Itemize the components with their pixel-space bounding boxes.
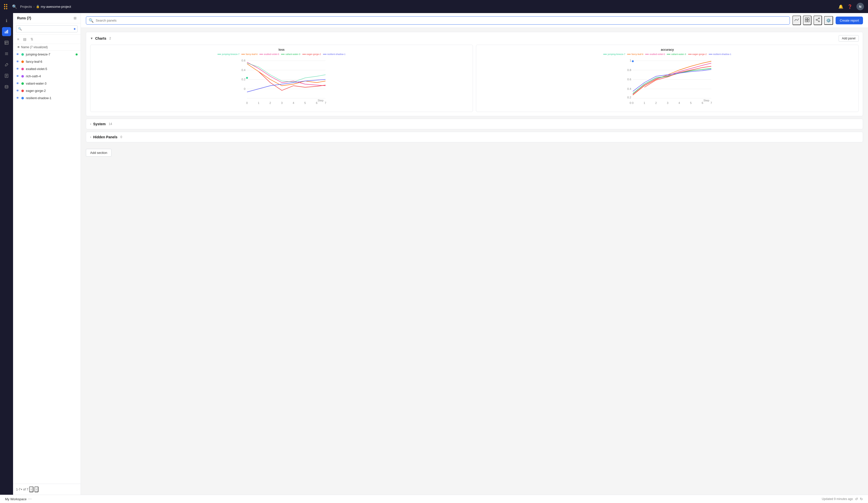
svg-text:0.2: 0.2 (627, 96, 631, 99)
run-item[interactable]: 👁 rich-oath-4 (13, 73, 81, 80)
smoothing-icon[interactable] (793, 15, 801, 25)
svg-rect-18 (807, 20, 809, 22)
columns-icon[interactable]: ▤ (22, 36, 27, 42)
updated-text: Updated 9 minutes ago (822, 497, 853, 501)
pagination-next[interactable]: › (34, 486, 39, 492)
sidebar-filter-star[interactable]: ✱ (74, 28, 75, 30)
run-item[interactable]: 👁 resilient-shadow-1 (13, 94, 81, 102)
system-section: › System 14 (86, 119, 863, 129)
svg-text:3: 3 (667, 102, 668, 104)
svg-text:5: 5 (690, 102, 692, 104)
system-section-count: 14 (109, 122, 112, 126)
accuracy-chart-title: accuracy (479, 48, 856, 51)
table-icon[interactable]: ⊞ (74, 16, 76, 20)
run-eye-icon[interactable]: 👁 (16, 52, 19, 56)
create-report-button[interactable]: Create report (836, 17, 863, 24)
avatar[interactable]: N (856, 3, 864, 10)
run-status-dot (75, 53, 78, 55)
filter-icon[interactable]: ≡ (16, 36, 20, 42)
svg-text:0: 0 (630, 102, 631, 104)
undo-icon[interactable]: ↺ (855, 497, 858, 501)
run-item[interactable]: 👁 jumping-breeze-7 (13, 51, 81, 58)
workspace-menu-icon[interactable]: ⋯ (28, 497, 32, 501)
sidebar: Runs (7) ⊞ 🔍 ✱ ≡ ▤ ⇅ 👁 Name (7 visualize… (13, 13, 81, 495)
legend-jumping-breeze-7: jumping-breeze-7 (217, 53, 239, 55)
eye-col-icon: 👁 (17, 45, 20, 49)
layout-icon[interactable] (803, 15, 812, 25)
run-color-dot (21, 82, 24, 85)
svg-rect-3 (5, 41, 8, 44)
breadcrumb-sep: › (33, 5, 34, 9)
rail-db[interactable] (2, 82, 11, 91)
runs-title: Runs (7) (17, 16, 31, 20)
project-name[interactable]: 🔒 my-awesome-project (36, 5, 71, 9)
svg-point-20 (818, 21, 819, 22)
main-content: 🔍 ⚙️ Create report (81, 13, 868, 495)
sort-icon[interactable]: ⇅ (29, 36, 34, 42)
system-section-title: System (93, 122, 106, 126)
help-icon[interactable]: ❓ (847, 4, 852, 9)
sidebar-footer: 1-7 ▾ of 7 ‹ › (13, 484, 81, 495)
rail-list[interactable] (2, 49, 11, 58)
panels-search-input[interactable] (96, 19, 787, 22)
sidebar-runs-list: 👁 jumping-breeze-7 👁 fancy-leaf-6 👁 exal… (13, 51, 81, 484)
rail-chart[interactable] (2, 27, 11, 36)
charts-section: ▼ Charts 2 Add panel loss jumpin (86, 32, 863, 116)
svg-text:0.4: 0.4 (627, 87, 631, 90)
sidebar-search-input[interactable] (16, 25, 78, 32)
pagination-range[interactable]: 1-7 ▾ (16, 488, 22, 491)
run-eye-icon[interactable]: 👁 (16, 60, 19, 63)
svg-point-21 (816, 19, 817, 20)
rail-info[interactable]: ℹ (2, 16, 11, 25)
run-eye-icon[interactable]: 👁 (16, 89, 19, 93)
run-eye-icon[interactable]: 👁 (16, 74, 19, 78)
share-icon[interactable] (814, 15, 822, 25)
hidden-section-header[interactable]: › Hidden Panels 0 (86, 132, 863, 142)
add-section-button[interactable]: Add section (86, 149, 112, 157)
loss-chart-svg: 0.6 0.4 0.2 0 0 1 2 3 4 5 6 7 (93, 57, 470, 108)
add-section-area: Add section (86, 145, 863, 161)
redo-icon[interactable]: ↻ (860, 497, 863, 501)
legend-eager-gorge-2: eager-gorge-2 (302, 53, 321, 55)
legend-valiant-water-3: valiant-water-3 (281, 53, 300, 55)
main-layout: ℹ Runs (7) ⊞ 🔍 ✱ ≡ (0, 13, 868, 495)
search-icon[interactable]: 🔍 (12, 4, 17, 9)
svg-rect-15 (805, 18, 807, 20)
run-name: exalted-violet-5 (26, 67, 78, 71)
topnav-right: 🔔 ❓ N (838, 3, 864, 10)
projects-link[interactable]: Projects (20, 5, 32, 9)
svg-text:1: 1 (644, 102, 645, 104)
sidebar-search-icon: 🔍 (18, 27, 22, 31)
sidebar-toolbar: ≡ ▤ ⇅ (13, 35, 81, 44)
accuracy-chart-card: accuracy jumping-breeze-7 fancy-leaf-6 (476, 45, 859, 112)
run-item[interactable]: 👁 valiant-water-3 (13, 80, 81, 87)
content-body: ▼ Charts 2 Add panel loss jumpin (81, 28, 868, 495)
system-section-header[interactable]: › System 14 (86, 119, 863, 129)
run-color-dot (21, 68, 24, 70)
run-item[interactable]: 👁 fancy-leaf-6 (13, 58, 81, 65)
hidden-section-title: Hidden Panels (93, 135, 117, 139)
hidden-section-count: 0 (120, 135, 122, 139)
logo[interactable] (4, 4, 9, 9)
run-eye-icon[interactable]: 👁 (16, 67, 19, 71)
rail-reports[interactable] (2, 71, 11, 80)
svg-text:0: 0 (246, 102, 248, 104)
charts-section-header[interactable]: ▼ Charts 2 Add panel (86, 32, 863, 45)
run-eye-icon[interactable]: 👁 (16, 96, 19, 100)
pagination-prev[interactable]: ‹ (29, 486, 33, 492)
rail-brush[interactable] (2, 60, 11, 69)
content-toolbar: 🔍 ⚙️ Create report (81, 13, 868, 28)
pagination-of: of 7 (23, 488, 28, 491)
add-panel-button[interactable]: Add panel (839, 35, 859, 42)
run-item[interactable]: 👁 eager-gorge-2 (13, 87, 81, 94)
loss-chart-title: loss (93, 48, 470, 51)
run-item[interactable]: 👁 exalted-violet-5 (13, 65, 81, 73)
notification-icon[interactable]: 🔔 (838, 4, 844, 9)
svg-text:3: 3 (281, 102, 282, 104)
rail-table[interactable] (2, 38, 11, 47)
legend-resilient-shadow-1: resilient-shadow-1 (323, 53, 345, 55)
run-eye-icon[interactable]: 👁 (16, 82, 19, 85)
settings-icon[interactable]: ⚙️ (824, 16, 833, 25)
panels-search-box[interactable]: 🔍 (86, 16, 790, 24)
run-name: rich-oath-4 (26, 75, 78, 78)
